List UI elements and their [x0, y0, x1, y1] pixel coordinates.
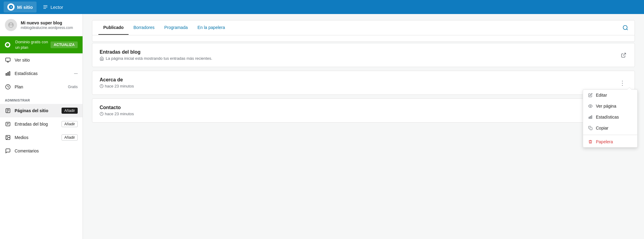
- tab-borradores[interactable]: Borradores: [129, 21, 159, 35]
- upgrade-text: Dominio gratis con un plan: [15, 39, 51, 50]
- sidebar: Mi nuevo super blog miblogdealucine.word…: [0, 14, 83, 239]
- comentarios-label: Comentarios: [15, 148, 39, 153]
- comment-icon: [5, 148, 11, 154]
- estadisticas-label: Estadísticas: [15, 71, 37, 76]
- menu-ver-label: Ver página: [596, 104, 616, 109]
- content-area: Publicado Borradores Programada En la pa…: [83, 14, 644, 239]
- paginas-add-button[interactable]: Añadir: [62, 108, 78, 114]
- search-button[interactable]: [622, 20, 628, 35]
- topbar: Mi sitio Lector: [0, 0, 644, 14]
- reader-button[interactable]: Lector: [39, 2, 67, 12]
- page-card-content: Entradas del blog La página inicial está…: [100, 49, 212, 61]
- plan-label: Plan: [15, 84, 23, 89]
- eye-icon: [588, 104, 593, 109]
- page-time-acerca: hace 23 minutos: [100, 84, 134, 88]
- image-icon: [5, 134, 11, 141]
- tabs-container: Publicado Borradores Programada En la pa…: [92, 20, 635, 42]
- page-title-entradas: Entradas del blog: [100, 49, 212, 55]
- estadisticas-badge: —: [74, 71, 78, 76]
- medios-add-button[interactable]: Añadir: [62, 134, 78, 141]
- svg-point-14: [7, 137, 7, 137]
- plan-icon: [5, 84, 11, 90]
- monitor-icon: [5, 57, 11, 63]
- svg-rect-2: [43, 8, 46, 9]
- page-title-acerca: Acerca de: [100, 77, 134, 83]
- svg-line-16: [623, 53, 626, 55]
- page-card-entradas-blog: Entradas del blog La página inicial está…: [92, 43, 635, 67]
- menu-item-ver-pagina[interactable]: Ver página: [583, 101, 637, 112]
- svg-rect-1: [43, 7, 48, 7]
- sidebar-item-paginas[interactable]: Páginas del sitio Añadir: [0, 104, 83, 117]
- external-link-icon[interactable]: [620, 52, 627, 59]
- menu-divider: [583, 135, 637, 135]
- context-menu: Editar Ver página Estadísticas: [583, 89, 638, 148]
- page-card-acerca-de: Acerca de hace 23 minutos ⋮ Editar: [92, 71, 635, 95]
- administrar-section-label: Administrar: [0, 94, 83, 104]
- svg-rect-22: [590, 127, 592, 130]
- ver-sitio-label: Ver sitio: [15, 58, 30, 62]
- site-info: Mi nuevo super blog miblogdealucine.word…: [0, 14, 83, 36]
- mi-sitio-button[interactable]: Mi sitio: [4, 2, 37, 12]
- menu-estadisticas-label: Estadísticas: [596, 115, 619, 120]
- entradas-add-button[interactable]: Añadir: [62, 121, 78, 127]
- copy-icon: [588, 126, 593, 130]
- svg-rect-8: [8, 73, 9, 75]
- trash-icon: [588, 139, 593, 144]
- svg-rect-0: [43, 5, 48, 6]
- bar-chart-icon: [5, 70, 11, 77]
- svg-rect-20: [590, 116, 591, 119]
- menu-papelera-label: Papelera: [596, 139, 613, 144]
- page-subtitle-entradas: La página inicial está mostrando tus ent…: [100, 56, 212, 61]
- tab-programada[interactable]: Programada: [159, 21, 193, 35]
- menu-item-copiar[interactable]: Copiar: [583, 123, 637, 134]
- sidebar-item-ver-sitio[interactable]: Ver sitio: [0, 53, 83, 67]
- upgrade-icon: !: [5, 42, 10, 48]
- svg-rect-9: [9, 72, 10, 75]
- mi-sitio-label: Mi sitio: [17, 5, 33, 10]
- main-layout: Mi nuevo super blog miblogdealucine.word…: [0, 14, 644, 239]
- page-card-content: Acerca de hace 23 minutos: [100, 77, 134, 88]
- page-card-contacto: Contacto hace 23 minutos ⋮: [92, 98, 635, 123]
- menu-item-papelera[interactable]: Papelera: [583, 136, 637, 147]
- site-details: Mi nuevo super blog miblogdealucine.word…: [21, 20, 73, 30]
- sidebar-item-estadisticas[interactable]: Estadísticas —: [0, 67, 83, 80]
- wp-logo: [7, 3, 15, 11]
- entradas-subtitle-text: La página inicial está mostrando tus ent…: [106, 56, 212, 61]
- sidebar-item-plan[interactable]: Plan Gratis: [0, 80, 83, 94]
- edit-icon: [588, 93, 593, 98]
- sidebar-item-medios[interactable]: Medios Añadir: [0, 131, 83, 144]
- plan-badge: Gratis: [68, 85, 78, 89]
- acerca-time-text: hace 23 minutos: [105, 84, 134, 88]
- svg-point-15: [623, 26, 627, 30]
- menu-copiar-label: Copiar: [596, 126, 608, 130]
- menu-item-estadisticas[interactable]: Estadísticas: [583, 112, 637, 123]
- pages-icon: [5, 108, 11, 114]
- list-icon: [5, 121, 11, 127]
- upgrade-banner[interactable]: ! Dominio gratis con un plan ACTUALIZA: [0, 36, 83, 53]
- site-url: miblogdealucine.wordpress.com: [21, 26, 73, 30]
- svg-rect-21: [591, 116, 592, 118]
- menu-editar-label: Editar: [596, 93, 607, 98]
- tab-papelera[interactable]: En la papelera: [193, 21, 230, 35]
- svg-rect-7: [6, 73, 7, 75]
- paginas-label: Páginas del sitio: [15, 108, 48, 113]
- stats-icon: [588, 115, 593, 120]
- sidebar-item-comentarios[interactable]: Comentarios: [0, 144, 83, 158]
- svg-text:!: !: [7, 44, 8, 46]
- svg-rect-19: [589, 117, 589, 119]
- page-time-contacto: hace 23 minutos: [100, 112, 134, 116]
- tab-publicado[interactable]: Publicado: [98, 21, 129, 35]
- svg-rect-6: [6, 58, 10, 62]
- entradas-label: Entradas del blog: [15, 122, 48, 127]
- upgrade-button[interactable]: ACTUALIZA: [51, 41, 78, 48]
- more-options-button-acerca[interactable]: ⋮: [617, 78, 627, 88]
- svg-point-18: [590, 105, 591, 107]
- page-tabs: Publicado Borradores Programada En la pa…: [92, 20, 635, 35]
- site-name: Mi nuevo super blog: [21, 20, 73, 26]
- menu-item-editar[interactable]: Editar: [583, 90, 637, 101]
- contacto-time-text: hace 23 minutos: [105, 112, 134, 116]
- site-avatar: [5, 19, 17, 31]
- page-card-content: Contacto hace 23 minutos: [100, 105, 134, 116]
- reader-label: Lector: [51, 5, 63, 10]
- sidebar-item-entradas[interactable]: Entradas del blog Añadir: [0, 117, 83, 131]
